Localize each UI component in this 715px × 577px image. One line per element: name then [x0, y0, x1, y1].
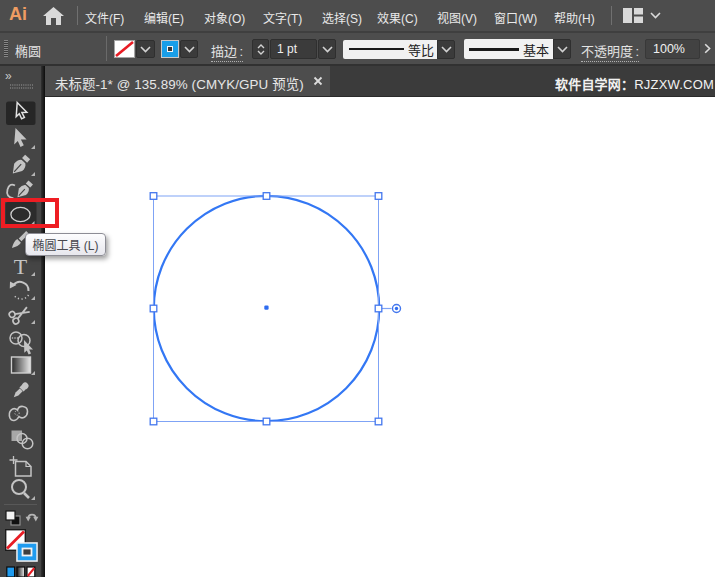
- svg-text:»: »: [5, 69, 12, 83]
- svg-text:T: T: [14, 254, 28, 279]
